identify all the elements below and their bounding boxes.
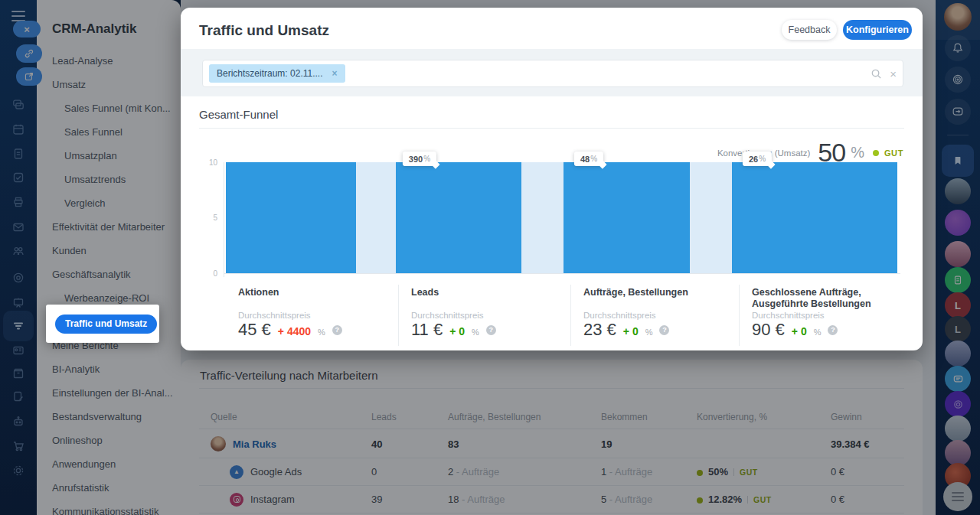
stage-stat-geschlossene: Geschlossene Aufträge,Ausgeführte Bestel… (739, 285, 897, 346)
spotlight-box: Traffic und Umsatz (46, 305, 159, 343)
funnel-section-title: Gesamt-Funnel (199, 108, 278, 121)
stage-conversion-tag: 390% (403, 152, 436, 166)
status-badge: GUT (884, 148, 903, 158)
funnel-stage-stats: Aktionen Durchschnittspreis 45 €+ 4400%?… (226, 285, 897, 346)
funnel-bar-aktionen[interactable] (226, 162, 356, 273)
funnel-chart (226, 162, 897, 273)
stage-conversion-tag: 48% (574, 152, 603, 166)
app-window: × CRM-Analytik Lead-Analyse Umsatz Sales… (0, 0, 980, 515)
clear-search-icon[interactable]: × (890, 68, 897, 80)
funnel-bar-leads[interactable] (396, 162, 521, 273)
funnel-bar-auftraege[interactable] (564, 162, 690, 273)
search-input[interactable] (351, 68, 864, 80)
filter-search-field[interactable]: Berichtszeitraum: 02.11....× × (202, 60, 903, 87)
sidebar-item-traffic-und-umsatz[interactable]: Traffic und Umsatz (55, 315, 157, 334)
funnel-bar-geschlossene[interactable] (732, 162, 897, 273)
configure-button[interactable]: Konfigurieren (843, 20, 912, 40)
traffic-umsatz-panel: Traffic und Umsatz Feedback Konfiguriere… (181, 8, 923, 350)
stage-conversion-tag: 26% (743, 152, 772, 166)
stage-stat-aktionen: Aktionen Durchschnittspreis 45 €+ 4400%? (226, 285, 398, 346)
help-icon[interactable]: ? (828, 325, 838, 335)
search-icon[interactable] (871, 68, 882, 80)
help-icon[interactable]: ? (659, 325, 669, 335)
feedback-button[interactable]: Feedback (782, 20, 837, 40)
stage-stat-auftraege: Aufträge, Bestellungen Durchschnittsprei… (570, 285, 739, 346)
help-icon[interactable]: ? (486, 325, 496, 335)
page-title: Traffic und Umsatz (199, 22, 329, 39)
stage-stat-leads: Leads Durchschnittspreis 11 €+ 0%? (398, 285, 570, 346)
help-icon[interactable]: ? (332, 325, 342, 335)
status-dot (873, 150, 879, 156)
filter-tag[interactable]: Berichtszeitraum: 02.11....× (209, 64, 345, 83)
tag-close-icon[interactable]: × (332, 68, 338, 79)
